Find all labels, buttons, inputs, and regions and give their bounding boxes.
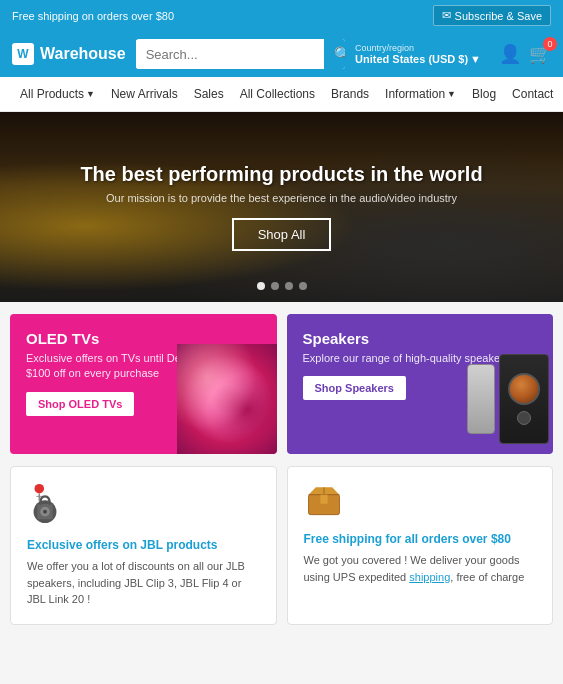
hero-subtitle: Our mission is to provide the best exper…: [80, 192, 482, 204]
hero-banner: The best performing products in the worl…: [0, 112, 563, 302]
hero-dot-3[interactable]: [285, 282, 293, 290]
search-bar: 🔍: [136, 39, 345, 69]
svg-point-4: [35, 484, 45, 494]
svg-rect-11: [320, 495, 327, 504]
logo[interactable]: W Warehouse: [12, 43, 126, 65]
info-card-shipping: Free shipping for all orders over $80 We…: [287, 466, 554, 625]
hero-dots: [257, 282, 307, 290]
country-selector[interactable]: Country/region United States (USD $) ▼: [355, 43, 481, 65]
promo-card-oled: OLED TVs Exclusive offers on TVs until D…: [10, 314, 277, 454]
logo-icon: W: [12, 43, 34, 65]
nav-item-blog[interactable]: Blog: [464, 77, 504, 111]
hero-dot-4[interactable]: [299, 282, 307, 290]
jbl-card-title: Exclusive offers on JBL products: [27, 538, 260, 552]
oled-card-image: [177, 344, 277, 454]
jbl-card-desc: We offer you a lot of discounts on all o…: [27, 558, 260, 608]
logo-text: Warehouse: [40, 45, 126, 63]
search-icon: 🔍: [334, 46, 345, 62]
shipping-card-title: Free shipping for all orders over $80: [304, 532, 537, 546]
speaker-right-unit: [499, 354, 549, 444]
svg-point-3: [43, 510, 47, 514]
chevron-down-icon: ▼: [447, 89, 456, 99]
jbl-icon: [27, 483, 260, 528]
speakers-card-image: [453, 344, 553, 454]
speaker-lock-icon: [27, 483, 63, 525]
hero-title: The best performing products in the worl…: [80, 163, 482, 186]
speaker-left-unit: [467, 364, 495, 434]
promo-cards-grid: OLED TVs Exclusive offers on TVs until D…: [0, 302, 563, 466]
speaker-illustration: [463, 344, 553, 454]
email-icon: ✉: [442, 9, 451, 22]
info-cards-grid: Exclusive offers on JBL products We offe…: [0, 466, 563, 637]
shipping-card-desc: We got you covered ! We deliver your goo…: [304, 552, 537, 585]
search-button[interactable]: 🔍: [324, 39, 345, 69]
info-card-jbl: Exclusive offers on JBL products We offe…: [10, 466, 277, 625]
nav-item-new-arrivals[interactable]: New Arrivals: [103, 77, 186, 111]
hero-dot-1[interactable]: [257, 282, 265, 290]
speaker-tweeter: [517, 411, 531, 425]
nav-item-brands[interactable]: Brands: [323, 77, 377, 111]
country-label: Country/region: [355, 43, 414, 53]
hero-cta-button[interactable]: Shop All: [232, 218, 332, 251]
cart-icon[interactable]: 🛒 0: [529, 43, 551, 65]
chevron-down-icon: ▼: [86, 89, 95, 99]
shop-speakers-button[interactable]: Shop Speakers: [303, 376, 406, 400]
shipping-icon: [304, 483, 537, 522]
shop-oled-button[interactable]: Shop OLED TVs: [26, 392, 134, 416]
promo-card-speakers: Speakers Explore our range of high-quali…: [287, 314, 554, 454]
subscribe-button[interactable]: ✉ Subscribe & Save: [433, 5, 551, 26]
top-bar: Free shipping on orders over $80 ✉ Subsc…: [0, 0, 563, 31]
nav-item-sales[interactable]: Sales: [186, 77, 232, 111]
search-input[interactable]: [136, 40, 324, 69]
flower-decoration: [177, 344, 277, 454]
nav-item-contact[interactable]: Contact: [504, 77, 561, 111]
free-shipping-text: Free shipping on orders over $80: [12, 10, 174, 22]
hero-content: The best performing products in the worl…: [80, 163, 482, 251]
speaker-driver: [508, 373, 540, 405]
account-icon[interactable]: 👤: [499, 43, 521, 65]
chevron-down-icon: ▼: [470, 53, 481, 65]
header-icons: 👤 🛒 0: [499, 43, 551, 65]
nav: All Products ▼ New Arrivals Sales All Co…: [0, 77, 563, 112]
shipping-link[interactable]: shipping: [409, 571, 450, 583]
nav-item-all-products[interactable]: All Products ▼: [12, 77, 103, 111]
nav-item-information[interactable]: Information ▼: [377, 77, 464, 111]
package-icon: [304, 483, 344, 519]
hero-dot-2[interactable]: [271, 282, 279, 290]
country-value: United States (USD $) ▼: [355, 53, 481, 65]
cart-badge: 0: [543, 37, 557, 51]
nav-item-all-collections[interactable]: All Collections: [232, 77, 323, 111]
header: W Warehouse 🔍 Country/region United Stat…: [0, 31, 563, 77]
